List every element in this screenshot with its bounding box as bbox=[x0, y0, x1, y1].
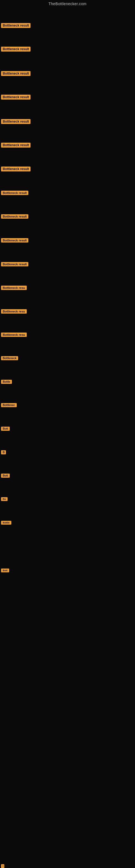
site-title: TheBottlenecker.com bbox=[0, 0, 135, 8]
row-19: B bbox=[0, 450, 135, 454]
bottleneck-label-3[interactable]: Bottleneck result bbox=[1, 71, 31, 76]
row-5: Bottleneck result bbox=[0, 119, 135, 124]
bottleneck-label-14[interactable]: Bottleneck resu bbox=[1, 333, 27, 337]
bottleneck-label-2[interactable]: Bottleneck result bbox=[1, 46, 31, 52]
row-13: Bottleneck resu bbox=[0, 309, 135, 314]
row-6: Bottleneck result bbox=[0, 143, 135, 148]
row-23: Bott bbox=[0, 568, 135, 572]
bottleneck-label-12[interactable]: Bottleneck resu bbox=[1, 286, 27, 290]
row-22: Bottle bbox=[0, 521, 135, 525]
row-14: Bottleneck resu bbox=[0, 333, 135, 337]
row-15: Bottleneck bbox=[0, 356, 135, 360]
row-17: Bottlenec bbox=[0, 403, 135, 407]
bottleneck-label-5[interactable]: Bottleneck result bbox=[1, 119, 31, 124]
bottleneck-label-24[interactable]: | bbox=[1, 864, 4, 868]
row-1: Bottleneck result bbox=[0, 23, 135, 28]
row-16: Bottle bbox=[0, 380, 135, 384]
row-3: Bottleneck result bbox=[0, 71, 135, 76]
bottleneck-label-15[interactable]: Bottleneck bbox=[1, 356, 18, 360]
bottleneck-label-4[interactable]: Bottleneck result bbox=[1, 95, 31, 99]
row-18: Bott bbox=[0, 427, 135, 431]
bottleneck-label-16[interactable]: Bottle bbox=[1, 380, 12, 384]
bottleneck-label-6[interactable]: Bottleneck result bbox=[1, 143, 31, 148]
row-10: Bottleneck result bbox=[0, 238, 135, 243]
bottleneck-label-9[interactable]: Bottleneck result bbox=[1, 214, 28, 219]
row-12: Bottleneck resu bbox=[0, 286, 135, 290]
row-9: Bottleneck result bbox=[0, 214, 135, 219]
bottleneck-rows-container: Bottleneck resultBottleneck resultBottle… bbox=[0, 8, 135, 868]
bottleneck-label-11[interactable]: Bottleneck result bbox=[1, 262, 28, 267]
row-20: Bott bbox=[0, 474, 135, 478]
bottleneck-label-7[interactable]: Bottleneck result bbox=[1, 166, 31, 172]
row-8: Bottleneck result bbox=[0, 191, 135, 195]
row-2: Bottleneck result bbox=[0, 46, 135, 52]
bottleneck-label-17[interactable]: Bottlenec bbox=[1, 403, 17, 407]
row-7: Bottleneck result bbox=[0, 166, 135, 172]
bottleneck-label-21[interactable]: Bo bbox=[1, 497, 8, 501]
bottleneck-label-10[interactable]: Bottleneck result bbox=[1, 238, 28, 243]
bottleneck-label-1[interactable]: Bottleneck result bbox=[1, 23, 31, 28]
bottleneck-label-13[interactable]: Bottleneck resu bbox=[1, 309, 27, 314]
bottleneck-label-23[interactable]: Bott bbox=[1, 568, 9, 572]
row-4: Bottleneck result bbox=[0, 95, 135, 99]
bottleneck-label-8[interactable]: Bottleneck result bbox=[1, 191, 28, 195]
bottleneck-label-22[interactable]: Bottle bbox=[1, 521, 11, 525]
bottleneck-label-18[interactable]: Bott bbox=[1, 427, 10, 431]
row-21: Bo bbox=[0, 497, 135, 501]
row-24: | bbox=[0, 864, 135, 868]
row-11: Bottleneck result bbox=[0, 262, 135, 267]
bottleneck-label-20[interactable]: Bott bbox=[1, 474, 10, 478]
bottleneck-label-19[interactable]: B bbox=[1, 450, 6, 454]
